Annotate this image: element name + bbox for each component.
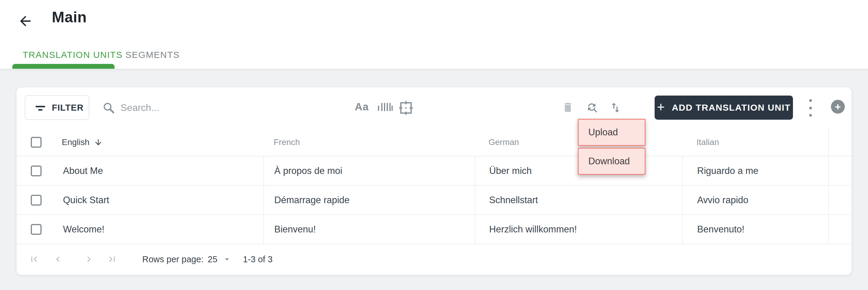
pagination-bar: Rows per page: 25 1-3 of 3 xyxy=(17,244,851,274)
tab-translation-units-label: TRANSLATION UNITS xyxy=(23,50,123,60)
active-tab-indicator xyxy=(12,64,115,69)
first-page-icon[interactable] xyxy=(29,254,39,265)
page-title: Main xyxy=(52,8,87,26)
menu-item-upload[interactable]: Upload xyxy=(578,119,646,146)
column-header-french-label: French xyxy=(274,138,300,147)
filter-button-label: FILTER xyxy=(52,103,84,113)
cell-english: Welcome! xyxy=(62,215,264,243)
add-translation-unit-button[interactable]: + ADD TRANSLATION UNIT xyxy=(655,95,793,120)
cell-italian: Benvenuto! xyxy=(682,215,828,243)
column-header-german-label: German xyxy=(489,138,519,147)
cell-english: Quick Start xyxy=(62,186,264,214)
back-button[interactable] xyxy=(18,13,34,30)
cell-italian: Riguardo a me xyxy=(682,156,828,185)
top-app-bar: Main TRANSLATION UNITS SEGMENTS xyxy=(0,0,868,69)
cell-actions-empty xyxy=(828,215,851,243)
filter-icon xyxy=(35,102,46,113)
column-header-english[interactable]: English xyxy=(62,138,264,147)
row-checkbox[interactable] xyxy=(31,224,41,235)
search-field xyxy=(102,87,307,128)
table-header-row: English French German Italian xyxy=(17,128,851,156)
rows-per-page-label: Rows per page: xyxy=(142,244,204,274)
find-replace-icon[interactable] xyxy=(586,101,598,114)
column-header-italian-label: Italian xyxy=(696,138,719,147)
last-page-icon[interactable] xyxy=(107,254,118,265)
dropdown-arrow-icon xyxy=(222,255,232,264)
table-body: About MeÀ propos de moiÜber michRiguardo… xyxy=(17,156,851,244)
tab-segments-label: SEGMENTS xyxy=(125,50,180,60)
sort-desc-arrow-icon xyxy=(94,138,103,147)
add-translation-unit-label: ADD TRANSLATION UNIT xyxy=(672,103,790,113)
table-toolbar: FILTER Aa xyxy=(17,87,851,128)
menu-item-download[interactable]: Download xyxy=(578,148,646,175)
row-checkbox[interactable] xyxy=(31,166,41,176)
search-icon xyxy=(102,102,115,114)
kebab-menu-icon[interactable] xyxy=(807,99,814,117)
table-row[interactable]: Quick StartDémarrage rapideSchnellstartA… xyxy=(17,186,851,215)
font-case-icon-text: Aa xyxy=(355,101,369,112)
arrow-left-icon xyxy=(18,13,34,29)
table-row[interactable]: Welcome!Bienvenu!Herzlich willkommen!Ben… xyxy=(17,215,851,244)
import-export-dropdown-menu: UploadDownload xyxy=(578,119,646,177)
cell-french: Bienvenu! xyxy=(264,215,475,243)
previous-page-icon[interactable] xyxy=(53,254,63,265)
cell-german: Schnellstart xyxy=(475,186,682,214)
plus-icon: + xyxy=(657,99,665,115)
column-header-french[interactable]: French xyxy=(264,138,475,147)
cell-actions-empty xyxy=(828,156,851,185)
frame-capture-icon[interactable] xyxy=(398,100,414,116)
trash-icon[interactable] xyxy=(562,101,574,113)
column-header-english-label: English xyxy=(62,138,90,147)
tab-segments[interactable]: SEGMENTS xyxy=(125,46,180,64)
cell-french: Démarrage rapide xyxy=(264,186,475,214)
font-case-icon[interactable]: Aa xyxy=(355,101,369,113)
search-input[interactable] xyxy=(121,102,307,113)
cell-english: About Me xyxy=(62,156,264,185)
menu-item-label: Download xyxy=(588,156,630,167)
import-export-icon[interactable] xyxy=(609,101,622,114)
plus-circle-icon[interactable]: + xyxy=(831,100,845,114)
cell-german: Herzlich willkommen! xyxy=(475,215,682,243)
next-page-icon[interactable] xyxy=(84,254,94,265)
tab-translation-units[interactable]: TRANSLATION UNITS xyxy=(23,46,123,64)
table-row[interactable]: About MeÀ propos de moiÜber michRiguardo… xyxy=(17,156,851,186)
cell-french: À propos de moi xyxy=(264,156,475,185)
barcode-icon[interactable] xyxy=(377,103,393,114)
cell-actions-empty xyxy=(828,186,851,214)
row-checkbox[interactable] xyxy=(31,195,41,206)
translation-units-card: FILTER Aa xyxy=(17,87,851,275)
rows-per-page-select[interactable]: 25 xyxy=(208,255,232,264)
column-header-actions-empty xyxy=(828,128,851,156)
rows-per-page-value: 25 xyxy=(208,255,217,264)
pagination-range: 1-3 of 3 xyxy=(243,244,273,274)
column-header-italian[interactable]: Italian xyxy=(682,138,828,147)
select-all-checkbox[interactable] xyxy=(31,137,41,148)
menu-item-label: Upload xyxy=(588,127,618,138)
cell-italian: Avvio rapido xyxy=(682,186,828,214)
filter-button[interactable]: FILTER xyxy=(25,95,89,120)
